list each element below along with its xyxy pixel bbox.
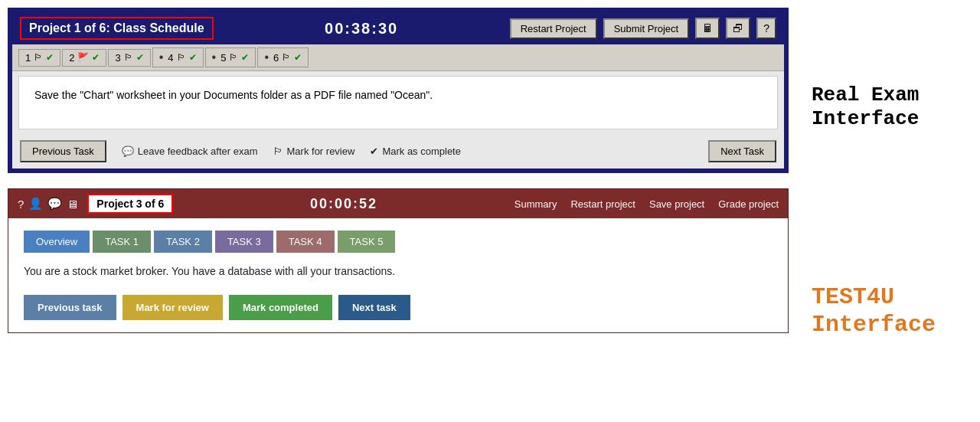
tab2-flag-icon: 🚩 — [77, 52, 89, 63]
tab-task4[interactable]: TASK 4 — [276, 231, 335, 253]
real-exam-timer: 00:38:30 — [325, 20, 398, 38]
test4u-mark-for-review-button[interactable]: Mark for review — [122, 295, 223, 320]
help-icon-button[interactable]: ? — [756, 18, 776, 39]
task-tab-6[interactable]: • 6 🏳 ✔ — [257, 47, 309, 67]
real-exam-panel: Project 1 of 6: Class Schedule 00:38:30 … — [8, 8, 789, 173]
grade-project-link[interactable]: Grade project — [718, 198, 779, 210]
mark-as-complete-label: Mark as complete — [382, 146, 461, 157]
real-exam-label-line1: Real Exam — [812, 83, 972, 107]
test4u-header-icons: ? 👤 💬 🖥 — [18, 197, 78, 211]
test4u-header: ? 👤 💬 🖥 Project 3 of 6 00:00:52 Summary … — [8, 189, 788, 218]
test4u-previous-task-button[interactable]: Previous task — [24, 295, 116, 320]
window-icon-button[interactable]: 🗗 — [726, 18, 750, 39]
test4u-actions-bar: Previous task Mark for review Mark compl… — [24, 295, 773, 320]
test4u-next-task-button[interactable]: Next task — [338, 295, 410, 320]
tab4-flag-icon: 🏳 — [177, 52, 186, 63]
tab1-check-icon: ✔ — [46, 52, 54, 63]
previous-task-button[interactable]: Previous Task — [20, 140, 106, 162]
tab6-flag-icon: 🏳 — [282, 52, 291, 63]
tab3-label: 3 — [115, 52, 120, 64]
save-project-link[interactable]: Save project — [649, 198, 704, 210]
task-tab-5[interactable]: • 5 🏳 ✔ — [205, 47, 256, 67]
tab3-check-icon: ✔ — [136, 52, 144, 63]
test4u-project-label: Project 3 of 6 — [87, 194, 173, 214]
task-content-area: Save the "Chart" worksheet in your Docum… — [18, 76, 778, 129]
speech-icon: 💬 — [47, 197, 62, 211]
tab5-flag-icon: 🏳 — [229, 52, 238, 63]
tab1-label: 1 — [25, 52, 31, 64]
tab6-dot: • — [264, 51, 269, 64]
task-tabs-bar: 1 🏳 ✔ 2 🚩 ✔ 3 🏳 ✔ • 4 🏳 — [12, 44, 784, 71]
leave-feedback-link[interactable]: 💬 Leave feedback after exam — [122, 146, 258, 157]
task-tab-4[interactable]: • 4 🏳 ✔ — [152, 47, 204, 67]
real-exam-label: Real Exam Interface — [812, 83, 972, 131]
tab4-check-icon: ✔ — [189, 52, 197, 63]
tab6-label: 6 — [273, 52, 279, 64]
leave-feedback-label: Leave feedback after exam — [138, 146, 258, 157]
question-icon: ? — [18, 198, 24, 211]
tab-task1[interactable]: TASK 1 — [93, 231, 151, 253]
summary-link[interactable]: Summary — [514, 198, 557, 210]
next-task-button[interactable]: Next Task — [708, 140, 776, 162]
tab5-dot: • — [212, 51, 217, 64]
tab4-dot: • — [159, 51, 164, 64]
real-exam-header: Project 1 of 6: Class Schedule 00:38:30 … — [12, 12, 784, 44]
task-instruction-text: Save the "Chart" worksheet in your Docum… — [34, 89, 433, 101]
mark-for-review-link[interactable]: 🏳 Mark for review — [273, 146, 355, 157]
test4u-content-text: You are a stock market broker. You have … — [24, 263, 773, 280]
test4u-label: TEST4U Interface — [812, 283, 972, 339]
test4u-panel: ? 👤 💬 🖥 Project 3 of 6 00:00:52 Summary … — [8, 188, 789, 333]
task-tab-1[interactable]: 1 🏳 ✔ — [18, 49, 60, 67]
speech-bubble-icon: 💬 — [122, 146, 134, 157]
tab5-label: 5 — [220, 52, 226, 64]
tab6-check-icon: ✔ — [294, 52, 302, 63]
person-icon: 👤 — [28, 197, 43, 211]
test4u-label-line2: Interface — [812, 311, 972, 339]
test4u-tabs-bar: Overview TASK 1 TASK 2 TASK 3 TASK 4 TAS… — [24, 231, 773, 253]
test4u-nav-links: Summary Restart project Save project Gra… — [514, 198, 779, 210]
monitor-icon: 🖥 — [67, 198, 78, 211]
task-tab-3[interactable]: 3 🏳 ✔ — [108, 49, 150, 67]
restart-project-button[interactable]: Restart Project — [510, 18, 597, 39]
calculator-icon-button[interactable]: 🖩 — [695, 18, 720, 39]
tab-task5[interactable]: TASK 5 — [338, 231, 396, 253]
submit-project-button[interactable]: Submit Project — [603, 18, 690, 39]
tab-overview[interactable]: Overview — [24, 231, 90, 253]
real-exam-label-line2: Interface — [812, 107, 972, 131]
checkmark-complete-icon: ✔ — [370, 146, 378, 157]
tab2-label: 2 — [69, 52, 74, 64]
test4u-body: Overview TASK 1 TASK 2 TASK 3 TASK 4 TAS… — [8, 218, 788, 332]
task-tab-2[interactable]: 2 🚩 ✔ — [62, 49, 106, 67]
tab2-check-icon: ✔ — [92, 52, 100, 63]
real-exam-title: Project 1 of 6: Class Schedule — [20, 17, 214, 40]
mark-for-review-label: Mark for review — [287, 146, 355, 157]
test4u-timer: 00:00:52 — [182, 196, 505, 212]
tab5-check-icon: ✔ — [241, 52, 249, 63]
real-exam-actions-bar: Previous Task 💬 Leave feedback after exa… — [12, 134, 784, 168]
tab1-flag-icon: 🏳 — [34, 52, 43, 63]
flag-review-icon: 🏳 — [273, 146, 283, 157]
test4u-mark-completed-button[interactable]: Mark completed — [229, 295, 332, 320]
tab3-flag-icon: 🏳 — [124, 52, 133, 63]
tab4-label: 4 — [168, 52, 173, 64]
mark-as-complete-link[interactable]: ✔ Mark as complete — [370, 146, 461, 157]
right-labels-column: Real Exam Interface TEST4U Interface — [789, 8, 972, 414]
real-exam-header-buttons: Restart Project Submit Project 🖩 🗗 ? — [510, 18, 776, 39]
tab-task2[interactable]: TASK 2 — [154, 231, 212, 253]
tab-task3[interactable]: TASK 3 — [215, 231, 273, 253]
restart-project-link[interactable]: Restart project — [570, 198, 635, 210]
test4u-label-line1: TEST4U — [812, 283, 972, 311]
